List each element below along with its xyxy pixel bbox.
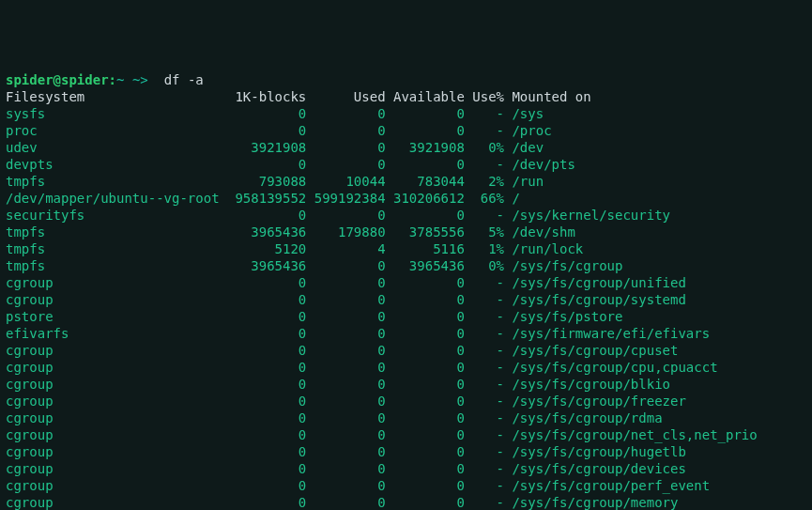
df-row: /dev/mapper/ubuntu--vg-root 958139552 59… [6, 191, 512, 206]
df-mount: /sys/fs/cgroup/perf_event [512, 478, 710, 493]
df-row: cgroup 0 0 0 - [6, 394, 512, 409]
df-row: proc 0 0 0 - [6, 123, 512, 138]
df-mount: /dev/shm [512, 224, 575, 240]
df-mount: /sys/kernel/security [512, 208, 670, 223]
df-mount: /sys/fs/cgroup/devices [512, 461, 685, 476]
df-mount: / [512, 191, 519, 206]
df-header: Filesystem 1K-blocks Used Available Use%… [6, 89, 591, 104]
df-row: cgroup 0 0 0 - [6, 343, 512, 358]
prompt-at: @ [54, 72, 61, 87]
df-mount: /sys/fs/cgroup/memory [512, 495, 678, 510]
df-row: devpts 0 0 0 - [6, 157, 512, 172]
df-mount: /run/lock [512, 241, 583, 256]
df-row: udev 3921908 0 3921908 0% [6, 140, 512, 155]
df-row: tmpfs 3965436 179880 3785556 5% [6, 224, 512, 240]
df-row: cgroup 0 0 0 - [6, 495, 512, 510]
df-mount: /sys/fs/cgroup/hugetlb [512, 444, 685, 459]
command-text: df -a [164, 72, 204, 87]
prompt-arrow: ~> [132, 72, 148, 87]
df-row: efivarfs 0 0 0 - [6, 326, 512, 341]
terminal-output[interactable]: spider@spider:~ ~> df -a Filesystem 1K-b… [6, 71, 806, 510]
df-mount: /proc [512, 123, 551, 138]
df-row: cgroup 0 0 0 - [6, 377, 512, 392]
df-mount: /sys/fs/cgroup/net_cls,net_prio [512, 427, 757, 442]
df-row: securityfs 0 0 0 - [6, 208, 512, 223]
df-mount: /dev [512, 140, 544, 155]
df-row: tmpfs 793088 10044 783044 2% [6, 174, 512, 189]
df-row: cgroup 0 0 0 - [6, 427, 512, 442]
df-mount: /sys/fs/cgroup/unified [512, 275, 685, 290]
df-mount: /run [512, 174, 544, 189]
df-row: pstore 0 0 0 - [6, 309, 512, 324]
df-row: tmpfs 3965436 0 3965436 0% [6, 258, 512, 273]
df-row: sysfs 0 0 0 - [6, 106, 512, 121]
df-mount: /sys/fs/cgroup/freezer [512, 394, 685, 409]
prompt-host: spider [61, 72, 109, 87]
df-row: cgroup 0 0 0 - [6, 461, 512, 476]
prompt-user: spider [6, 72, 54, 87]
df-mount: /sys [512, 106, 544, 121]
df-row: cgroup 0 0 0 - [6, 275, 512, 290]
df-mount: /sys/firmware/efi/efivars [512, 326, 710, 341]
df-mount: /sys/fs/cgroup/cpu,cpuacct [512, 360, 717, 375]
df-row: cgroup 0 0 0 - [6, 444, 512, 459]
df-mount: /sys/fs/cgroup/systemd [512, 292, 685, 307]
prompt-colon: : [109, 72, 116, 87]
df-row: tmpfs 5120 4 5116 1% [6, 241, 512, 256]
prompt-path: ~ [116, 72, 124, 87]
df-mount: /sys/fs/pstore [512, 309, 622, 324]
df-mount: /dev/pts [512, 157, 575, 172]
df-mount: /sys/fs/cgroup/blkio [512, 377, 670, 392]
df-row: cgroup 0 0 0 - [6, 292, 512, 307]
df-row: cgroup 0 0 0 - [6, 410, 512, 425]
df-mount: /sys/fs/cgroup/cpuset [512, 343, 678, 358]
df-row: cgroup 0 0 0 - [6, 360, 512, 375]
df-mount: /sys/fs/cgroup [512, 258, 622, 273]
df-row: cgroup 0 0 0 - [6, 478, 512, 493]
df-mount: /sys/fs/cgroup/rdma [512, 410, 662, 425]
